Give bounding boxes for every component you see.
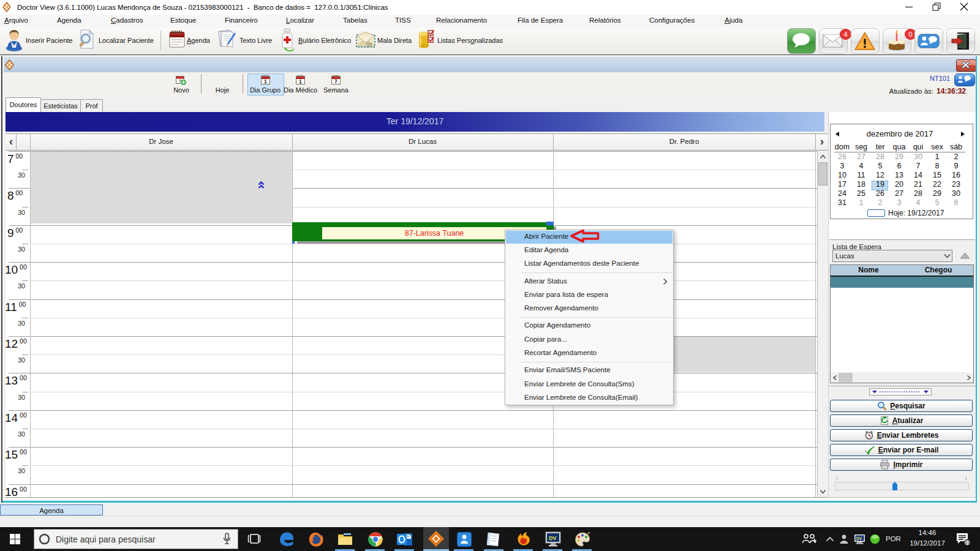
svg-text:1: 1 — [264, 78, 267, 84]
svg-text:1: 1 — [299, 78, 302, 84]
svg-text:DV: DV — [856, 536, 862, 541]
svg-text:7: 7 — [334, 78, 337, 84]
svg-text:DV: DV — [549, 535, 557, 541]
svg-text:1: 1 — [966, 540, 969, 546]
